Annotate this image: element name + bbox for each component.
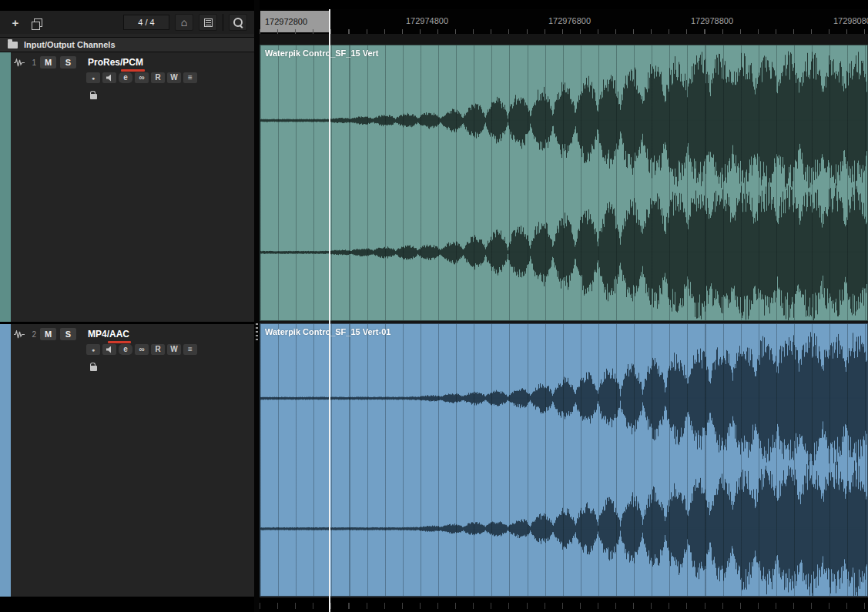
track-list-panel: Input/Output Channels 1 M S ProRes/PCM ●… [0,34,254,597]
track-1[interactable]: 1 M S ProRes/PCM ● e ∞ R W ≡ [0,52,254,322]
track-2[interactable]: 2 M S MP4/AAC ● e ∞ R W ≡ [0,322,254,597]
track-name-marked: PCM [122,57,143,68]
lock-icon [90,94,97,99]
playhead[interactable] [329,9,330,612]
edit-channel-button[interactable]: e [119,344,132,355]
track-name-marked: AAC [109,329,129,339]
panel-splitter[interactable] [254,0,260,612]
record-icon: ● [92,347,95,353]
track-settings-button[interactable]: ≡ [183,72,197,83]
ruler-label: 172980800 [833,16,868,25]
stereo-link-button[interactable]: ∞ [135,344,149,355]
add-track-button[interactable]: + [7,15,24,30]
audio-event-2[interactable]: Waterpik Contro_SF_15 Vert-01 [260,323,868,597]
time-signature-display[interactable]: 4 / 4 [123,15,169,30]
event-1-title: Waterpik Contro_SF_15 Vert [265,48,379,58]
track-1-lock-row [86,88,100,100]
ruler-label: 172974800 [406,16,448,25]
plus-icon: + [12,17,19,28]
waveform-canvas-2[interactable] [260,324,867,596]
folder-icon [8,42,18,48]
lock-icon [90,366,97,371]
lock-button[interactable] [86,360,100,372]
io-channels-label: Input/Output Channels [24,40,116,49]
track-name-pre: MP4/ [88,329,109,339]
mute-button[interactable]: M [40,56,56,69]
lock-button[interactable] [86,88,100,100]
daw-window: + 4 / 4 ⌂ 172972800 172974800 172976800 … [0,0,868,612]
read-automation-button[interactable]: R [151,344,165,355]
arrange-area[interactable]: Waterpik Contro_SF_15 Vert Waterpik Cont… [260,34,868,598]
copy-icon [34,18,42,27]
monitor-button[interactable] [102,72,116,83]
speaker-icon [106,75,113,82]
audio-track-icon [14,59,25,67]
track-2-color-strip[interactable] [0,324,11,597]
track-name[interactable]: MP4/AAC [88,329,129,339]
track-1-color-strip[interactable] [0,52,11,322]
track-2-lock-row [86,360,100,372]
track-number: 1 [28,59,36,67]
toolbar: + 4 / 4 ⌂ [0,11,254,34]
stereo-link-button[interactable]: ∞ [135,72,149,83]
io-channels-header[interactable]: Input/Output Channels [0,37,254,52]
bottom-timeline[interactable] [260,600,868,612]
write-automation-button[interactable]: W [167,72,181,83]
track-number: 2 [28,330,36,339]
search-icon [233,18,243,27]
timeline-ruler[interactable]: 172972800 172974800 172976800 172978800 … [260,9,868,35]
record-icon: ● [92,75,95,81]
track-2-controls-row: ● e ∞ R W ≡ [86,344,197,355]
track-1-header-row: 1 M S ProRes/PCM [14,55,143,69]
track-settings-button[interactable]: ≡ [183,344,197,355]
home-icon: ⌂ [181,17,187,28]
track-name[interactable]: ProRes/PCM [88,57,143,68]
audio-event-1[interactable]: Waterpik Contro_SF_15 Vert [260,45,868,321]
monitor-button[interactable] [102,344,116,355]
edit-channel-button[interactable]: e [119,72,132,83]
track-2-header-row: 2 M S MP4/AAC [14,327,129,341]
list-icon [204,18,213,27]
search-button[interactable] [229,14,247,31]
ruler-label: 172976800 [548,16,591,25]
event-2-title: Waterpik Contro_SF_15 Vert-01 [265,327,390,336]
solo-button[interactable]: S [60,328,76,340]
record-enable-button[interactable]: ● [86,344,100,355]
track-name-pre: ProRes/ [88,57,122,68]
audio-track-icon [14,330,25,339]
ruler-label: 172978800 [691,16,733,25]
speaker-icon [106,346,113,353]
solo-button[interactable]: S [60,56,76,69]
read-automation-button[interactable]: R [151,72,165,83]
duplicate-button[interactable] [29,15,46,30]
record-enable-button[interactable]: ● [86,72,100,83]
write-automation-button[interactable]: W [167,344,181,355]
mute-button[interactable]: M [40,328,56,340]
toolbar-divider [223,14,223,31]
splitter-handle[interactable] [256,323,258,340]
track-list-view-button[interactable] [199,14,217,31]
track-1-controls-row: ● e ∞ R W ≡ [86,72,197,83]
home-button[interactable]: ⌂ [175,14,193,31]
waveform-canvas-1[interactable] [260,45,867,320]
